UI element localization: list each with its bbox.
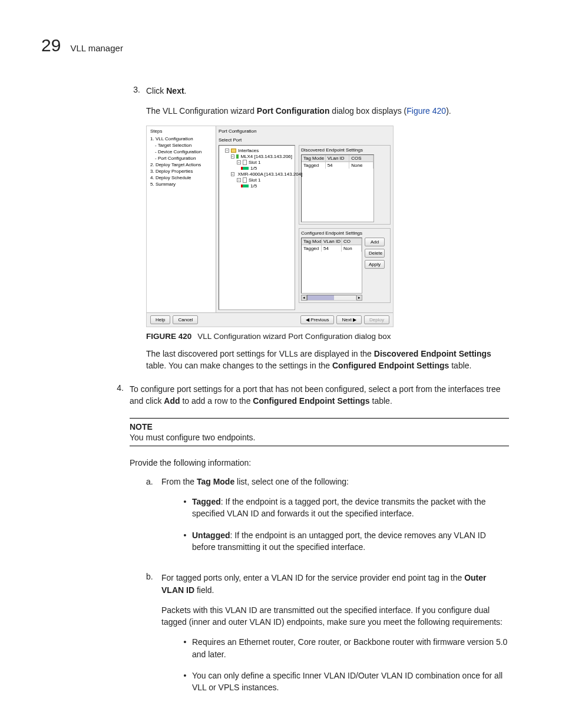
step-4-text: To configure port settings for a port th… — [130, 383, 509, 407]
figure-caption: FIGURE 420VLL Configuration wizard Port … — [146, 332, 509, 341]
interfaces-tree[interactable]: −Interfaces −MLX4 [143.143.143.206] −Slo… — [219, 145, 295, 310]
collapse-icon[interactable]: − — [237, 178, 241, 182]
collapse-icon[interactable]: − — [225, 149, 229, 153]
collapse-icon[interactable]: − — [237, 160, 241, 164]
page-header: 29 VLL manager — [41, 35, 521, 55]
port-icon — [243, 167, 249, 170]
help-button[interactable]: Help — [150, 315, 170, 324]
next-button[interactable]: Next ▶ — [336, 315, 362, 324]
device-icon — [236, 154, 239, 159]
step-3: 3. Click Next. The VLL Configuration wiz… — [130, 85, 509, 380]
horizontal-scrollbar[interactable]: ◂ ▸ — [301, 295, 362, 301]
bullet-req-1: • Requires an Ethernet router, Core rout… — [178, 636, 509, 660]
scroll-right-icon[interactable]: ▸ — [356, 295, 362, 301]
step-4-num: 4. — [113, 383, 130, 712]
discovered-settings-group: Discovered Endpoint Settings Tag Mode VL… — [299, 145, 391, 225]
slot-icon — [243, 160, 247, 165]
configured-settings-table[interactable]: Tag Mode VLan ID CO Tagged 54 — [301, 238, 362, 294]
folder-icon — [231, 149, 236, 153]
figure-420: Steps 1. VLL Configuration - Target Sele… — [146, 126, 509, 341]
step-3-line1: Click Next. — [146, 85, 509, 97]
bullet-untagged: • Untagged: If the endpoint is an untagg… — [178, 529, 509, 554]
discovered-settings-table[interactable]: Tag Mode VLan ID COS Tagged 54 None — [301, 154, 374, 222]
delete-button[interactable]: Delete — [365, 249, 385, 258]
bullet-icon: • — [178, 529, 192, 554]
dialog-screenshot: Steps 1. VLL Configuration - Target Sele… — [146, 126, 394, 327]
previous-button[interactable]: ◀ Previous — [300, 315, 334, 324]
configured-settings-group: Configured Endpoint Settings Tag Mode VL… — [299, 228, 391, 303]
step-3-num: 3. — [130, 85, 146, 380]
dialog-button-bar: Help Cancel ◀ Previous Next ▶ Deploy — [147, 313, 393, 327]
bullet-icon: • — [178, 496, 192, 520]
post-figure-text: The last discovered port settings for VL… — [146, 348, 509, 372]
substep-a: a. From the Tag Mode list, select one of… — [146, 477, 509, 562]
bullet-tagged: • Tagged: If the endpoint is a tagged po… — [178, 496, 509, 520]
substep-b: b. For tagged ports only, enter a VLAN I… — [146, 572, 509, 703]
add-button[interactable]: Add — [365, 238, 385, 246]
port-config-panel: Port Configuration Select Port −Interfac… — [216, 126, 393, 312]
note-block: NOTE You must configure two endpoints. — [130, 418, 509, 446]
bullet-icon: • — [178, 636, 192, 660]
deploy-button[interactable]: Deploy — [364, 315, 389, 324]
provide-line: Provide the following information: — [130, 457, 509, 469]
cancel-button[interactable]: Cancel — [173, 315, 198, 324]
apply-button[interactable]: Apply — [365, 260, 385, 269]
collapse-icon[interactable]: − — [231, 172, 234, 176]
bullet-req-2: • You can only define a specific Inner V… — [178, 670, 509, 694]
page-number: 29 — [41, 35, 61, 55]
step-3-line2: The VLL Configuration wizard Port Config… — [146, 105, 509, 117]
content: 3. Click Next. The VLL Configuration wiz… — [130, 85, 509, 713]
port-icon — [243, 185, 249, 187]
figure-link[interactable]: Figure 420 — [406, 106, 446, 116]
slot-icon — [243, 177, 247, 183]
bullet-icon: • — [178, 670, 192, 694]
scroll-left-icon[interactable]: ◂ — [301, 295, 307, 301]
collapse-icon[interactable]: − — [231, 154, 234, 159]
page-title: VLL manager — [70, 43, 123, 53]
steps-panel: Steps 1. VLL Configuration - Target Sele… — [147, 126, 216, 312]
step-4: 4. To configure port settings for a port… — [113, 383, 509, 712]
